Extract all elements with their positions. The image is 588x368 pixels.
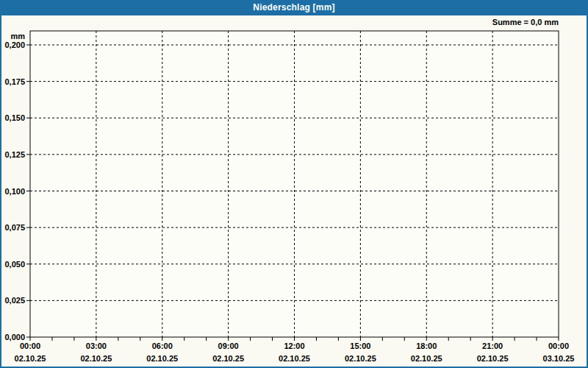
x-tick-date-label: 03.10.25	[543, 354, 575, 363]
y-tick-label: 0,050	[4, 260, 25, 269]
y-tick-label: 0,200	[4, 40, 25, 49]
sum-annotation: Summe = 0,0 mm	[492, 17, 559, 27]
y-tick-label: 0,175	[4, 77, 25, 86]
y-tick-label: 0,075	[4, 223, 25, 232]
y-tick-label: 0,100	[4, 187, 25, 196]
x-tick-time-label: 15:00	[350, 342, 370, 350]
y-tick-label: 0,025	[4, 296, 25, 305]
x-tick-time-label: 06:00	[152, 342, 173, 350]
x-tick-date-label: 02.10.25	[15, 354, 46, 363]
y-tick-label: 0,125	[4, 150, 25, 159]
x-tick-date-label: 02.10.25	[146, 354, 178, 363]
x-tick-date-label: 02.10.25	[212, 354, 244, 363]
x-tick-time-label: 03:00	[86, 342, 107, 350]
x-tick-date-label: 02.10.25	[345, 354, 376, 363]
x-tick-time-label: 18:00	[416, 342, 437, 350]
x-tick-date-label: 02.10.25	[80, 354, 112, 363]
chart-window: Niederschlag [mm] 0,0000,0250,0500,0750,…	[0, 0, 588, 368]
x-tick-date-label: 02.10.25	[411, 354, 442, 363]
y-tick-label: 0,150	[4, 113, 25, 122]
y-axis-unit-label: mm	[10, 32, 25, 40]
x-tick-time-label: 21:00	[482, 342, 503, 350]
x-tick-time-label: 09:00	[218, 342, 239, 350]
x-tick-time-label: 00:00	[548, 342, 569, 350]
y-tick-label: 0,000	[4, 333, 25, 342]
x-tick-date-label: 02.10.25	[279, 354, 310, 363]
x-tick-time-label: 12:00	[284, 342, 304, 350]
precipitation-chart: 0,0000,0250,0500,0750,1000,1250,1500,175…	[0, 0, 588, 368]
x-tick-time-label: 00:00	[20, 342, 40, 350]
x-tick-date-label: 02.10.25	[477, 354, 509, 363]
